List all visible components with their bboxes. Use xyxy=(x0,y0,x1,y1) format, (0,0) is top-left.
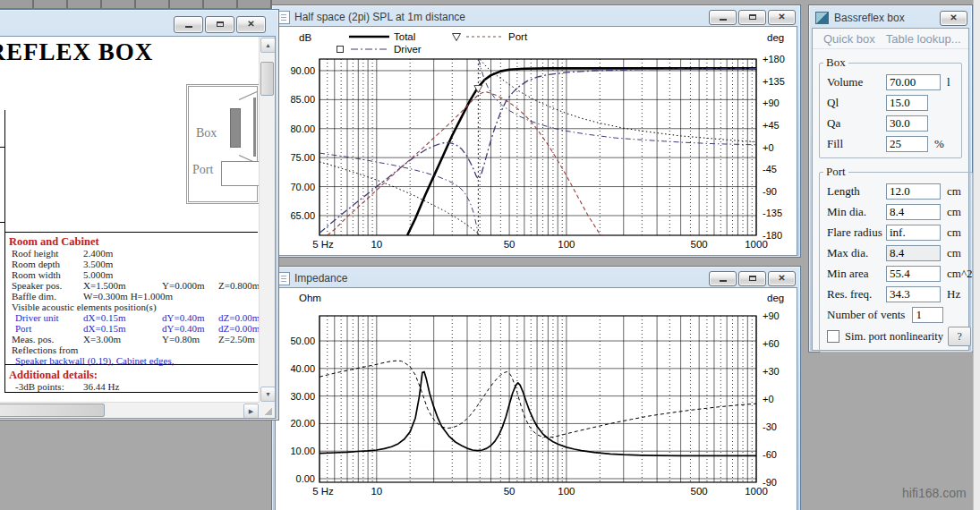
vertical-scrollbar[interactable]: ▲ ▼ xyxy=(259,37,275,403)
length-input[interactable] xyxy=(886,183,941,200)
close-button[interactable]: ✕ xyxy=(768,10,796,25)
res-freq--input[interactable] xyxy=(886,286,941,302)
min-area-input[interactable] xyxy=(886,266,941,282)
driver-phase xyxy=(320,153,478,235)
cropped-plot-tick xyxy=(0,147,5,148)
report-row: Speaker backwall (0.19), Cabinet edges, xyxy=(0,355,264,366)
background-window-edge xyxy=(0,0,272,9)
panel-titlebar[interactable]: Bassreflex box ✕ xyxy=(812,8,969,28)
max-dia--input[interactable] xyxy=(886,245,941,261)
y-left-tick-label: 90.00 xyxy=(290,65,315,76)
port-group: Port LengthcmMin dia.cmFlare radiuscmMax… xyxy=(819,165,973,353)
y-right-unit-label: deg xyxy=(767,293,784,303)
impedance-window-title: Impedance xyxy=(294,272,707,285)
field-unit: cm xyxy=(947,184,961,199)
y-right-tick-label: +45 xyxy=(763,120,780,131)
report-row: Room depth3.500m xyxy=(0,259,264,269)
port-group-legend: Port xyxy=(823,165,848,179)
vscroll-thumb[interactable] xyxy=(260,62,274,96)
impedance-window-titlebar[interactable]: Impedance ✕ xyxy=(275,269,797,287)
driver-baffle xyxy=(253,98,256,157)
bassreflex-panel: Bassreflex box ✕ Quick box Table lookup.… xyxy=(808,4,973,353)
section-rule xyxy=(4,392,258,393)
scroll-up-button[interactable]: ▲ xyxy=(260,38,276,53)
port-nonlinearity-row: Sim. port nonlinearity ? xyxy=(820,325,972,348)
impedance-chart-svg: 50.0040.0030.0020.0010.000.00+90+60+30+0… xyxy=(276,288,797,510)
minimize-button[interactable] xyxy=(709,10,737,25)
x-tick-label: 10 xyxy=(371,239,382,250)
y-left-unit-label: Ohm xyxy=(299,293,321,303)
maximize-button[interactable] xyxy=(205,16,234,33)
y-right-tick-label: +0 xyxy=(763,142,774,153)
maximize-button[interactable] xyxy=(738,10,766,25)
field-row: Res. freq.Hz xyxy=(820,284,972,304)
right-arrow-icon: ▶ xyxy=(249,408,253,415)
report-row: Visible acoustic elements position(s) xyxy=(0,302,264,312)
field-row: Min dia.cm xyxy=(820,201,972,222)
y-left-tick-label: 50.00 xyxy=(290,336,315,346)
x-tick-label: 5 Hz xyxy=(312,239,334,250)
number-of-vents-input[interactable] xyxy=(912,307,943,323)
report-row: Reflections from xyxy=(0,344,264,355)
report-row: Room width5.000m xyxy=(0,269,264,280)
field-label: Min dia. xyxy=(827,205,886,219)
field-unit: Hz xyxy=(947,287,960,302)
scroll-right-button[interactable]: ▶ xyxy=(243,404,259,419)
ql-input[interactable] xyxy=(886,95,928,111)
down-arrow-icon: ▼ xyxy=(265,391,271,397)
field-label: Ql xyxy=(827,96,886,110)
menu-table-lookup[interactable]: Table lookup... xyxy=(886,32,961,46)
report-row: Driver unitdX=0.15mdY=0.40mdZ=0.00m xyxy=(0,312,264,323)
y-right-tick-label: -90 xyxy=(763,186,777,197)
y-left-tick-label: 40.00 xyxy=(290,363,315,374)
field-unit: cm xyxy=(947,225,961,240)
maximize-icon xyxy=(749,276,756,281)
horizontal-scrollbar[interactable]: ▶ xyxy=(0,402,260,418)
volume-input[interactable] xyxy=(886,74,941,90)
close-button[interactable]: ✕ xyxy=(940,11,967,26)
maximize-icon xyxy=(217,21,224,27)
hscroll-thumb[interactable] xyxy=(0,404,105,417)
close-button[interactable]: ✕ xyxy=(768,271,796,286)
field-label: Min area xyxy=(827,267,886,281)
y-right-tick-label: -135 xyxy=(763,208,782,218)
flare-radius-input[interactable] xyxy=(886,225,941,241)
field-unit: cm xyxy=(947,205,961,219)
spl-window-title: Half space (2pi) SPL at 1m distance xyxy=(294,11,707,23)
section-rule xyxy=(4,232,258,233)
up-arrow-icon: ▲ xyxy=(265,42,271,48)
x-tick-label: 1000 xyxy=(745,486,768,497)
minimize-button[interactable] xyxy=(709,271,737,286)
y-left-tick-label: 65.00 xyxy=(290,210,315,221)
legend-label: Total xyxy=(394,31,415,42)
y-right-tick-label: +30 xyxy=(763,366,780,377)
field-label: Length xyxy=(827,184,886,199)
report-window-titlebar[interactable]: ✕ xyxy=(0,13,276,36)
y-left-tick-label: 80.00 xyxy=(290,123,315,134)
close-icon: ✕ xyxy=(778,274,785,283)
close-button[interactable]: ✕ xyxy=(236,16,266,33)
help-button[interactable]: ? xyxy=(948,327,971,346)
spl-window-titlebar[interactable]: Half space (2pi) SPL at 1m distance ✕ xyxy=(275,8,797,26)
watermark: hifi168.com xyxy=(902,486,967,500)
resize-grip[interactable] xyxy=(260,403,275,418)
report-title: BASSREFLEX BOX xyxy=(0,38,153,66)
sim-port-nonlinearity-checkbox[interactable] xyxy=(827,330,839,343)
field-label: Flare radius xyxy=(827,225,886,240)
y-left-tick-label: 75.00 xyxy=(290,152,315,163)
menu-quick-box[interactable]: Quick box xyxy=(823,32,875,46)
y-left-tick-label: 10.00 xyxy=(290,446,315,456)
report-row: Roof height2.400m xyxy=(0,248,264,259)
minimize-button[interactable] xyxy=(174,16,203,33)
min-dia--input[interactable] xyxy=(886,204,941,220)
fill-input[interactable] xyxy=(886,136,928,152)
legend-label: Port xyxy=(508,31,528,42)
maximize-button[interactable] xyxy=(738,271,766,286)
y-right-tick-label: -45 xyxy=(763,164,777,174)
triangle-marker-icon xyxy=(453,34,461,41)
report-row: PortdX=0.15mdY=0.40mdZ=0.00m xyxy=(0,323,264,334)
scroll-down-button[interactable]: ▼ xyxy=(260,387,276,402)
qa-input[interactable] xyxy=(886,115,928,132)
vents-label: Number of vents xyxy=(827,308,905,322)
port-spl xyxy=(328,92,603,235)
